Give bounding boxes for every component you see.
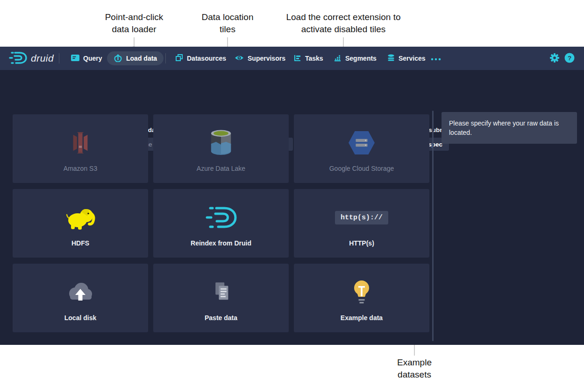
nav-divider xyxy=(165,53,166,63)
annotation-line-1: Load the correct extension to xyxy=(286,11,400,23)
gear-icon xyxy=(549,53,560,64)
annotation-line-1: Example xyxy=(397,357,432,369)
nav-item-label: Query xyxy=(83,55,102,62)
query-icon xyxy=(71,55,79,63)
segments-icon xyxy=(334,54,342,63)
navbar: druid Query Load data xyxy=(0,47,584,70)
tile-example-data[interactable]: Example data xyxy=(294,264,429,332)
nav-divider xyxy=(59,53,59,63)
nav-item-tasks[interactable]: Tasks xyxy=(294,47,323,70)
nav-item-query[interactable]: Query xyxy=(71,47,102,70)
tile-label: HTTP(s) xyxy=(349,239,374,247)
nav-item-label: Load data xyxy=(126,55,157,62)
druid-logo-text: druid xyxy=(31,53,54,64)
tile-hdfs[interactable]: HDFS xyxy=(13,189,148,258)
datasources-icon xyxy=(175,54,183,63)
annotation-point-and-click: Point-and-click data loader xyxy=(105,11,164,35)
hadoop-elephant-icon xyxy=(64,201,97,234)
annotation-callout-line xyxy=(134,37,135,47)
tile-label: Reindex from Druid xyxy=(191,239,251,247)
tile-label: Local disk xyxy=(64,314,96,322)
annotation-line-2: tiles xyxy=(202,23,254,35)
tile-local-disk[interactable]: Local disk xyxy=(13,264,148,332)
tile-paste-data[interactable]: Paste data xyxy=(153,264,289,332)
tile-azure-data-lake[interactable]: Azure Data Lake xyxy=(153,114,289,183)
amazon-s3-icon xyxy=(67,126,94,160)
tile-amazon-s3[interactable]: Amazon S3 xyxy=(13,114,148,183)
druid-console: druid Query Load data xyxy=(0,47,584,345)
google-cloud-storage-icon xyxy=(347,126,376,160)
tile-label: Example data xyxy=(341,314,383,322)
nav-item-label: Supervisors xyxy=(248,55,285,62)
http-chip-text: http(s):// xyxy=(335,211,388,224)
tile-grid-scrollbar[interactable] xyxy=(432,111,434,341)
supervisors-icon xyxy=(235,55,244,63)
tile-label: HDFS xyxy=(71,239,89,247)
tile-https[interactable]: http(s):// HTTP(s) xyxy=(294,189,429,258)
tile-label: Amazon S3 xyxy=(64,165,97,172)
nav-item-load-data[interactable]: Load data xyxy=(107,51,164,65)
azure-data-lake-icon xyxy=(208,126,234,160)
help-icon: ? xyxy=(564,53,575,64)
cloud-upload-icon xyxy=(65,275,95,309)
services-icon xyxy=(387,54,395,63)
druid-mark-icon xyxy=(205,201,237,234)
tasks-icon xyxy=(294,54,301,63)
load-data-icon xyxy=(114,54,122,63)
nav-item-segments[interactable]: Segments xyxy=(334,47,377,70)
druid-logo-icon xyxy=(8,50,27,67)
raw-data-location-callout: Please specify where your raw data is lo… xyxy=(442,112,577,144)
settings-button[interactable] xyxy=(549,47,560,70)
annotation-line-1: Data location xyxy=(202,11,254,23)
annotation-data-location: Data location tiles xyxy=(202,11,254,35)
callout-message: Please specify where your raw data is lo… xyxy=(449,119,559,136)
more-menu-icon xyxy=(431,55,441,62)
annotation-line-2: datasets xyxy=(397,369,432,381)
tile-label: Google Cloud Storage xyxy=(329,165,394,172)
nav-item-services[interactable]: Services xyxy=(387,47,426,70)
annotation-example-datasets: Example datasets xyxy=(397,357,432,381)
nav-item-label: Tasks xyxy=(305,55,323,62)
tile-google-cloud-storage[interactable]: Google Cloud Storage xyxy=(294,114,429,183)
svg-text:?: ? xyxy=(568,54,571,61)
annotation-load-extension: Load the correct extension to activate d… xyxy=(286,11,400,35)
http-scheme-icon: http(s):// xyxy=(335,201,388,234)
help-button[interactable]: ? xyxy=(564,47,575,70)
clipboard-icon xyxy=(207,275,235,309)
nav-item-label: Datasources xyxy=(187,55,226,62)
nav-item-supervisors[interactable]: Supervisors xyxy=(235,47,285,70)
tile-label: Paste data xyxy=(205,314,237,322)
nav-item-datasources[interactable]: Datasources xyxy=(175,47,226,70)
druid-logo[interactable]: druid xyxy=(8,47,54,70)
lightbulb-icon xyxy=(347,275,377,309)
annotation-line-2: activate disabled tiles xyxy=(286,23,400,35)
annotation-line-2: data loader xyxy=(105,23,164,35)
nav-item-label: Services xyxy=(399,55,426,62)
nav-item-label: Segments xyxy=(345,55,377,62)
tile-label: Azure Data Lake xyxy=(197,165,245,172)
tile-reindex-from-druid[interactable]: Reindex from Druid xyxy=(153,189,289,258)
more-menu[interactable] xyxy=(431,47,441,70)
annotation-line-1: Point-and-click xyxy=(105,11,164,23)
